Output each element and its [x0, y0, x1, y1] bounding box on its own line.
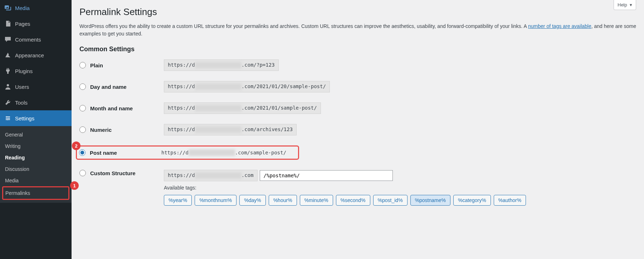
- tag-second[interactable]: %second%: [336, 195, 370, 206]
- settings-icon: [4, 115, 11, 122]
- tag-minute[interactable]: %minute%: [300, 195, 333, 206]
- submenu-reading[interactable]: Reading: [0, 152, 72, 163]
- submenu-discussion[interactable]: Discussion: [0, 163, 72, 175]
- page-description: WordPress offers you the ability to crea…: [79, 23, 636, 38]
- tag-buttons-row: %year% %monthnum% %day% %hour% %minute% …: [164, 195, 526, 206]
- submenu-writing[interactable]: Writing: [0, 140, 72, 152]
- sidebar-item-settings[interactable]: Settings: [0, 110, 72, 126]
- option-row-numeric: Numeric https://d.com/archives/123: [79, 124, 636, 135]
- sidebar-item-pages[interactable]: Pages: [0, 16, 72, 32]
- option-example: https://d.com/2021/01/sample-post/: [164, 102, 321, 114]
- sidebar-item-tools[interactable]: Tools: [0, 95, 72, 110]
- option-label[interactable]: Custom Structure: [79, 170, 164, 176]
- svg-point-6: [7, 119, 8, 120]
- option-label[interactable]: Plain: [79, 62, 164, 68]
- option-label[interactable]: Month and name: [79, 105, 164, 111]
- sidebar-item-label: Pages: [15, 21, 30, 27]
- radio-postname[interactable]: [79, 149, 86, 156]
- comments-icon: [4, 36, 11, 43]
- option-row-monthname: Month and name https://d.com/2021/01/sam…: [79, 102, 636, 114]
- tags-link[interactable]: number of tags are available: [528, 23, 591, 29]
- option-example: https://d.com: [164, 170, 526, 181]
- radio-dayname[interactable]: [79, 83, 86, 90]
- radio-monthname[interactable]: [79, 105, 86, 111]
- tag-year[interactable]: %year%: [164, 195, 192, 206]
- sidebar-item-media[interactable]: Media: [0, 0, 72, 16]
- chevron-down-icon: ▾: [628, 2, 632, 8]
- sidebar-item-label: Tools: [15, 100, 28, 106]
- sidebar-item-users[interactable]: Users: [0, 79, 72, 95]
- svg-point-5: [9, 118, 10, 119]
- tag-category[interactable]: %category%: [453, 195, 491, 206]
- option-row-dayname: Day and name https://d.com/2021/01/20/sa…: [79, 81, 636, 92]
- sidebar-item-label: Plugins: [15, 68, 33, 74]
- option-label[interactable]: Day and name: [79, 83, 164, 90]
- sidebar-item-label: Appearance: [15, 52, 44, 58]
- admin-sidebar: Media Pages Comments Appearance Plugins: [0, 0, 72, 259]
- sidebar-item-label: Comments: [15, 37, 41, 43]
- annotation-badge-1: 1: [70, 181, 79, 190]
- tag-hour[interactable]: %hour%: [269, 195, 297, 206]
- option-row-plain: Plain https://d.com/?p=123: [79, 59, 636, 71]
- option-example: https://d.com/sample-post/: [161, 149, 286, 156]
- radio-custom[interactable]: [79, 170, 86, 176]
- sidebar-item-appearance[interactable]: Appearance: [0, 47, 72, 63]
- sidebar-item-label: Media: [15, 5, 30, 11]
- radio-numeric[interactable]: [79, 126, 86, 133]
- tag-author[interactable]: %author%: [494, 195, 526, 206]
- available-tags-label: Available tags:: [164, 185, 526, 191]
- media-icon: [4, 4, 11, 11]
- svg-point-4: [6, 116, 8, 117]
- custom-structure-input[interactable]: [260, 170, 393, 181]
- option-example: https://d.com/?p=123: [164, 59, 279, 71]
- sidebar-item-comments[interactable]: Comments: [0, 32, 72, 47]
- tag-postname[interactable]: %postname%: [410, 195, 450, 206]
- sidebar-item-label: Users: [15, 84, 29, 90]
- option-label[interactable]: Post name: [79, 149, 161, 156]
- option-label[interactable]: Numeric: [79, 126, 164, 133]
- option-row-custom: Custom Structure https://d.com Available…: [79, 170, 636, 206]
- main-content: Help ▾ Permalink Settings WordPress offe…: [72, 0, 644, 259]
- annotation-badge-2: 2: [72, 142, 80, 150]
- submenu-media[interactable]: Media: [0, 175, 72, 186]
- settings-submenu: General Writing Reading Discussion Media…: [0, 126, 72, 203]
- option-row-postname: 2 Post name https://d.com/sample-post/: [76, 145, 299, 160]
- page-title: Permalink Settings: [79, 6, 636, 18]
- help-tab[interactable]: Help ▾: [614, 0, 636, 10]
- tools-icon: [4, 99, 11, 106]
- tag-day[interactable]: %day%: [239, 195, 265, 206]
- svg-point-0: [7, 84, 9, 86]
- option-example: https://d.com/2021/01/20/sample-post/: [164, 81, 330, 92]
- section-heading: Common Settings: [79, 45, 636, 53]
- tag-postid[interactable]: %post_id%: [373, 195, 408, 206]
- appearance-icon: [4, 52, 11, 59]
- tag-monthnum[interactable]: %monthnum%: [195, 195, 236, 206]
- users-icon: [4, 83, 11, 90]
- option-example: https://d.com/archives/123: [164, 124, 297, 135]
- sidebar-item-label: Settings: [15, 115, 34, 121]
- plugins-icon: [4, 67, 11, 75]
- sidebar-item-plugins[interactable]: Plugins: [0, 63, 72, 79]
- submenu-general[interactable]: General: [0, 129, 72, 140]
- submenu-permalinks[interactable]: Permalinks: [3, 187, 68, 199]
- radio-plain[interactable]: [79, 62, 86, 68]
- pages-icon: [4, 20, 11, 27]
